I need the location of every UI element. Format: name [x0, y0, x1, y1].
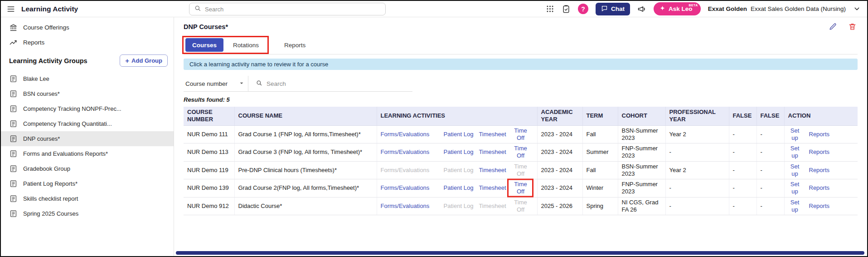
horizontal-scrollbar-thumb[interactable]: [176, 251, 864, 255]
edit-pencil-icon[interactable]: [829, 22, 837, 31]
reports-link[interactable]: Reports: [809, 167, 830, 173]
activity-link: Time Off: [514, 163, 527, 177]
help-icon[interactable]: ?: [578, 4, 588, 14]
activity-link[interactable]: Forms/Evaluations: [381, 148, 430, 155]
cell-academic-year: 2023 - 2024: [537, 161, 582, 179]
sidebar-group-item[interactable]: Competency Tracking Quantitati...: [1, 116, 174, 131]
document-list-icon: [9, 134, 18, 143]
activity-link: Time Off: [514, 199, 527, 213]
tasks-clipboard-icon[interactable]: [562, 5, 571, 14]
groups-header-title: Learning Activity Groups: [9, 57, 87, 64]
column-header: FALSE: [756, 107, 784, 125]
content-area: Course Offerings Reports Learning Activi…: [1, 17, 867, 256]
global-search-input[interactable]: [205, 6, 381, 13]
add-group-button[interactable]: + Add Group: [120, 54, 168, 67]
activity-link[interactable]: Patient Log: [444, 148, 474, 155]
sidebar-group-item[interactable]: Patient Log Reports*: [1, 176, 174, 191]
group-item-label: Gradebook Group: [23, 165, 70, 172]
table-header-row: COURSE NUMBERCOURSE NAMELEARNING ACTIVIT…: [184, 107, 858, 125]
column-header: ACTION: [784, 107, 858, 125]
activity-link[interactable]: Forms/Evaluations: [381, 203, 430, 209]
sidebar-item-course-offerings[interactable]: Course Offerings: [1, 20, 174, 35]
cell-course-number: NUR Demo 111: [184, 125, 234, 143]
table-search-input[interactable]: [267, 80, 412, 87]
ask-leo-button[interactable]: Ask Leo BETA: [654, 2, 701, 15]
cell-cohort: FNP-Summer 2023: [618, 179, 665, 198]
reports-link[interactable]: Reports: [809, 184, 830, 191]
activity-link[interactable]: Forms/Evaluations: [381, 184, 430, 191]
activity-link[interactable]: Time Off: [514, 145, 527, 159]
cell-term: Summer: [582, 143, 618, 162]
dataset-name: Exxat Sales Golden Data (Nursing): [751, 5, 846, 12]
document-list-icon: [9, 164, 18, 173]
app-window: Learning Activity ? Chat: [0, 0, 868, 257]
activity-link[interactable]: Timesheet: [479, 184, 506, 191]
table-row: NUR Demo 113Grad Course 3 (FNP log, All …: [184, 143, 858, 162]
cell-course-number: NUR Demo 139: [184, 179, 234, 198]
line-chart-icon: [9, 38, 18, 47]
sidebar-group-item[interactable]: Gradebook Group: [1, 161, 174, 176]
column-header: COURSE NUMBER: [184, 107, 234, 125]
activity-link[interactable]: Patient Log: [444, 184, 474, 191]
reports-link[interactable]: Reports: [809, 131, 830, 138]
table-search[interactable]: [248, 76, 412, 91]
sidebar-group-item[interactable]: DNP courses*: [1, 131, 174, 146]
sidebar-group-item[interactable]: Competency Tracking NONPF-Prec...: [1, 101, 174, 116]
info-banner: Click a learning activity name to review…: [184, 59, 858, 70]
tab-courses[interactable]: Courses: [185, 38, 223, 52]
cell-course-name: Didactic Course*: [234, 197, 377, 215]
sidebar-group-item[interactable]: Blake Lee: [1, 71, 174, 86]
institution-icon: [9, 23, 18, 32]
delete-trash-icon[interactable]: [848, 22, 857, 31]
setup-link[interactable]: Set up: [788, 145, 802, 160]
document-list-icon: [9, 74, 18, 83]
sidebar-group-item[interactable]: BSN courses*: [1, 86, 174, 101]
reports-link[interactable]: Reports: [809, 203, 830, 209]
cell-term: Spring: [582, 197, 618, 215]
cell-professional-year: Year 2: [665, 125, 729, 143]
setup-link[interactable]: Set up: [788, 127, 802, 142]
tab-rotations[interactable]: Rotations: [226, 38, 266, 52]
group-item-label: Blake Lee: [23, 75, 49, 82]
cell-cohort: NI CGS, Grad FA 26: [618, 197, 665, 215]
table-row: NUR Demo 111Grad Course 1 (FNP log, All …: [184, 125, 858, 143]
cell-term: Fall: [582, 161, 618, 179]
activity-link[interactable]: Patient Log: [444, 131, 474, 138]
announcement-megaphone-icon[interactable]: [637, 5, 646, 14]
table-row: NUR Demo 119Pre-DNP Clinical hours (Time…: [184, 161, 858, 179]
activity-link[interactable]: Time Off: [514, 181, 527, 195]
sidebar-group-item[interactable]: Spring 2025 Courses: [1, 206, 174, 221]
cell-course-name: Pre-DNP Clinical hours (Timesheets)*: [234, 161, 377, 179]
activity-link[interactable]: Timesheet: [479, 131, 506, 138]
activity-link[interactable]: Time Off: [514, 127, 527, 141]
activity-link: Forms/Evaluations: [381, 167, 430, 173]
cell-false: -: [756, 161, 784, 179]
reports-link[interactable]: Reports: [809, 148, 830, 155]
page-head: DNP Courses*: [184, 17, 858, 36]
filter-column-select[interactable]: Course number: [184, 76, 248, 91]
cell-course-name: Grad Course 1 (FNP log, All forms,Timesh…: [234, 125, 377, 143]
sidebar-group-item[interactable]: Forms and Evaluations Reports*: [1, 146, 174, 161]
chat-button[interactable]: Chat: [596, 3, 630, 15]
activity-link[interactable]: Timesheet: [479, 167, 506, 173]
setup-link[interactable]: Set up: [788, 163, 802, 178]
apps-grid-icon[interactable]: [546, 5, 554, 13]
tab-reports[interactable]: Reports: [277, 38, 312, 52]
column-header: PROFESSIONAL YEAR: [665, 107, 729, 125]
cell-course-number: NUR Demo 119: [184, 161, 234, 179]
cell-false: -: [729, 143, 756, 162]
filter-select-value: Course number: [185, 80, 228, 87]
cell-academic-year: 2023 - 2024: [537, 179, 582, 198]
global-search[interactable]: [189, 3, 386, 15]
setup-link[interactable]: Set up: [788, 199, 802, 214]
cell-action: Set upReports: [784, 161, 858, 179]
sidebar-group-item[interactable]: Skills checklist report: [1, 191, 174, 206]
chevron-down-icon[interactable]: [853, 5, 861, 13]
activity-link[interactable]: Timesheet: [479, 148, 506, 155]
activity-link[interactable]: Forms/Evaluations: [381, 131, 430, 138]
setup-link[interactable]: Set up: [788, 181, 802, 196]
hamburger-menu-icon[interactable]: [6, 5, 15, 14]
filter-bar: Course number: [184, 76, 412, 92]
cell-false: -: [729, 161, 756, 179]
sidebar-item-reports[interactable]: Reports: [1, 35, 174, 50]
